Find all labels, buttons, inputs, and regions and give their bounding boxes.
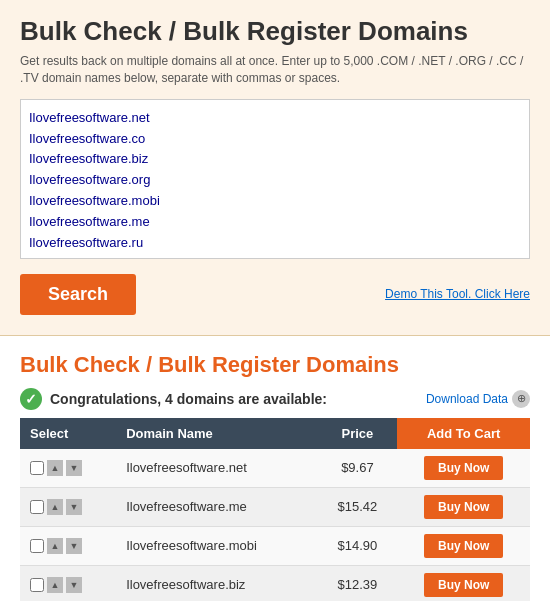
row-up-btn[interactable]: ▲ (47, 538, 63, 554)
price-cell: $9.67 (318, 449, 398, 488)
results-title: Bulk Check / Bulk Register Domains (20, 352, 530, 378)
buy-now-button[interactable]: Buy Now (424, 495, 503, 519)
congratulations-row: ✓ Congratulations, 4 domains are availab… (20, 388, 530, 410)
row-up-btn[interactable]: ▲ (47, 460, 63, 476)
row-down-btn[interactable]: ▼ (66, 460, 82, 476)
cart-cell: Buy Now (397, 487, 530, 526)
row-down-btn[interactable]: ▼ (66, 499, 82, 515)
table-row: ▲ ▼ Ilovefreesoftware.me $15.42 Buy Now (20, 487, 530, 526)
page-title: Bulk Check / Bulk Register Domains (20, 16, 530, 47)
demo-link[interactable]: Demo This Tool. Click Here (385, 287, 530, 301)
top-section: Bulk Check / Bulk Register Domains Get r… (0, 0, 550, 336)
cart-cell: Buy Now (397, 526, 530, 565)
domain-input[interactable]: Ilovefreesoftware.net Ilovefreesoftware.… (20, 99, 530, 259)
col-cart: Add To Cart (397, 418, 530, 449)
bottom-section: Bulk Check / Bulk Register Domains ✓ Con… (0, 336, 550, 601)
row-checkbox[interactable] (30, 578, 44, 592)
subtitle: Get results back on multiple domains all… (20, 53, 530, 87)
congrats-text: Congratulations, 4 domains are available… (50, 391, 327, 407)
row-down-btn[interactable]: ▼ (66, 538, 82, 554)
check-icon: ✓ (20, 388, 42, 410)
price-cell: $14.90 (318, 526, 398, 565)
buy-now-button[interactable]: Buy Now (424, 534, 503, 558)
row-checkbox[interactable] (30, 461, 44, 475)
congrats-left: ✓ Congratulations, 4 domains are availab… (20, 388, 327, 410)
domain-table: Select Domain Name Price Add To Cart ▲ ▼… (20, 418, 530, 601)
select-cell: ▲ ▼ (20, 526, 116, 565)
domain-name-cell: Ilovefreesoftware.me (116, 487, 317, 526)
buy-now-button[interactable]: Buy Now (424, 573, 503, 597)
select-cell: ▲ ▼ (20, 449, 116, 488)
row-down-btn[interactable]: ▼ (66, 577, 82, 593)
download-icon-top: ⊕ (512, 390, 530, 408)
table-row: ▲ ▼ Ilovefreesoftware.mobi $14.90 Buy No… (20, 526, 530, 565)
row-checkbox[interactable] (30, 500, 44, 514)
col-domain: Domain Name (116, 418, 317, 449)
price-cell: $15.42 (318, 487, 398, 526)
download-top[interactable]: Download Data ⊕ (426, 390, 530, 408)
table-row: ▲ ▼ Ilovefreesoftware.biz $12.39 Buy Now (20, 565, 530, 601)
search-row: Search Demo This Tool. Click Here (20, 274, 530, 315)
row-up-btn[interactable]: ▲ (47, 577, 63, 593)
cart-cell: Buy Now (397, 449, 530, 488)
search-button[interactable]: Search (20, 274, 136, 315)
table-row: ▲ ▼ Ilovefreesoftware.net $9.67 Buy Now (20, 449, 530, 488)
row-checkbox[interactable] (30, 539, 44, 553)
select-cell: ▲ ▼ (20, 565, 116, 601)
price-cell: $12.39 (318, 565, 398, 601)
domain-name-cell: Ilovefreesoftware.net (116, 449, 317, 488)
domain-name-cell: Ilovefreesoftware.mobi (116, 526, 317, 565)
buy-now-button[interactable]: Buy Now (424, 456, 503, 480)
row-up-btn[interactable]: ▲ (47, 499, 63, 515)
col-select: Select (20, 418, 116, 449)
domain-name-cell: Ilovefreesoftware.biz (116, 565, 317, 601)
select-cell: ▲ ▼ (20, 487, 116, 526)
cart-cell: Buy Now (397, 565, 530, 601)
col-price: Price (318, 418, 398, 449)
download-label-top: Download Data (426, 392, 508, 406)
